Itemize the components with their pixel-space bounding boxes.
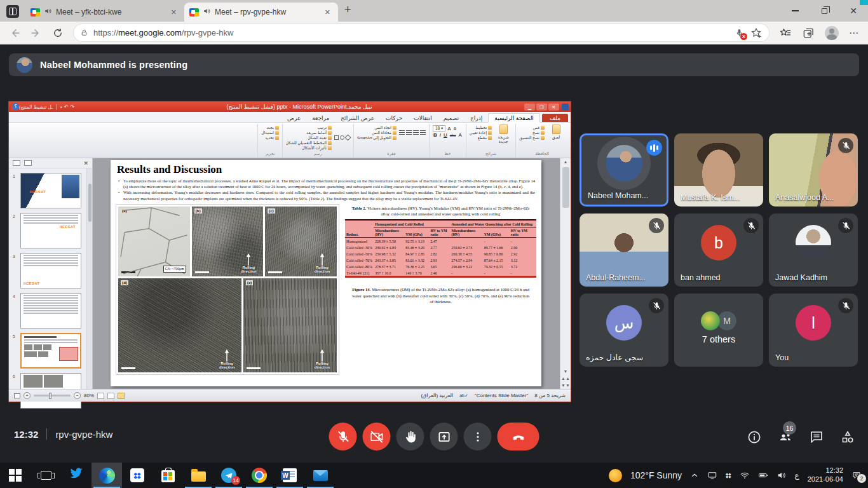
pp-restore-button[interactable]: ❐ xyxy=(536,104,547,111)
ribbon-button[interactable]: شريحة جديدة xyxy=(494,125,512,144)
underline-button[interactable]: U xyxy=(443,132,448,138)
ribbon-button[interactable]: أنماط سريعة xyxy=(286,130,332,135)
taskbar-start-icon[interactable] xyxy=(0,463,31,488)
tab-close-button[interactable]: ✕ xyxy=(322,7,333,18)
taskbar-chrome-icon[interactable] xyxy=(244,463,275,488)
taskbar-file-explorer-icon[interactable] xyxy=(183,463,214,488)
ribbon-button[interactable]: نسخ xyxy=(519,130,545,135)
participant-tile[interactable]: Mustafa K. Ism... xyxy=(674,133,763,207)
ribbon-tab[interactable]: عرض xyxy=(281,114,306,122)
shape-circle-button[interactable] xyxy=(340,135,344,140)
proofing-language[interactable]: العربية (العراق) xyxy=(421,393,453,398)
meeting-details-icon[interactable] xyxy=(747,430,762,445)
participant-tile[interactable]: Abdul-Raheem... xyxy=(580,214,668,287)
tab-close-button[interactable]: ✕ xyxy=(168,7,179,18)
browser-tab[interactable]: Meet – rpv-gvpe-hkw✕ xyxy=(184,3,338,22)
font-size-select[interactable]: 18 ▾ xyxy=(433,125,445,132)
taskbar-word-icon[interactable]: W xyxy=(275,463,305,488)
quick-access-toolbar[interactable]: ▪↶↷ xyxy=(60,104,74,110)
ribbon-button[interactable]: بحث xyxy=(261,125,279,130)
refresh-button[interactable] xyxy=(52,27,64,39)
minimize-button[interactable] xyxy=(780,0,810,22)
zoom-slider[interactable] xyxy=(34,395,71,396)
display-icon[interactable] xyxy=(707,470,717,480)
ribbon-tab[interactable]: ملف xyxy=(542,114,568,122)
ribbon-button[interactable]: استبدال xyxy=(261,130,279,135)
taskbar-store-icon[interactable] xyxy=(153,463,183,488)
previous-slide-button[interactable]: ▲▲ xyxy=(561,375,570,382)
address-bar[interactable]: https://meet.google.com/rpv-gvpe-hkw ✕ xyxy=(74,24,769,41)
slide-thumbnail[interactable]: IICESAT xyxy=(20,253,81,288)
pp-minimize-button[interactable]: ▁ xyxy=(524,104,535,111)
taskbar-mail-icon[interactable] xyxy=(305,463,336,488)
ribbon-button[interactable]: نسخ التنسيق xyxy=(519,135,545,140)
view-shortcut-icon[interactable] xyxy=(14,393,20,398)
normal-view-button[interactable] xyxy=(97,393,104,399)
new-tab-button[interactable]: + xyxy=(338,3,359,22)
ribbon-button[interactable]: التحويل إلى SmartArt xyxy=(357,135,397,140)
ribbon-button[interactable]: محاذاة النص xyxy=(357,130,397,135)
people-icon[interactable]: 16 xyxy=(778,430,793,445)
zoom-out-button[interactable]: − xyxy=(74,392,81,399)
ribbon-tab[interactable]: تصميم xyxy=(438,114,465,122)
grow-font-button[interactable]: A xyxy=(447,126,451,132)
mic-off-button[interactable] xyxy=(329,423,357,451)
restore-button[interactable] xyxy=(810,0,839,22)
volume-icon[interactable] xyxy=(776,470,787,480)
participant-tile[interactable]: Nabeel Moham... xyxy=(580,133,668,207)
camera-off-button[interactable] xyxy=(363,423,391,451)
ribbon-button[interactable]: المخطط التفصيلي للشكل xyxy=(286,140,332,145)
ribbon-button[interactable]: تحديد xyxy=(261,135,279,140)
collections-icon[interactable] xyxy=(802,27,815,39)
ribbon-button[interactable]: تأثيرات الأشكال xyxy=(286,146,332,150)
slides-tab-icon[interactable] xyxy=(13,160,20,166)
mic-blocked-icon[interactable]: ✕ xyxy=(735,27,745,39)
next-slide-button[interactable]: ▼▼ xyxy=(561,382,570,389)
workspaces-icon[interactable] xyxy=(6,5,19,18)
shrink-font-button[interactable]: A xyxy=(453,126,457,131)
bold-button[interactable]: B xyxy=(433,132,438,138)
battery-icon[interactable] xyxy=(758,470,768,480)
ribbon-tab[interactable]: حركات xyxy=(380,114,408,122)
participant-tile[interactable]: اYou xyxy=(769,294,858,367)
raise-hand-button[interactable] xyxy=(397,423,424,451)
align-button[interactable] xyxy=(406,130,412,135)
add-favorite-icon[interactable] xyxy=(750,27,763,39)
align-button[interactable] xyxy=(399,130,405,135)
favorites-bar-icon[interactable] xyxy=(779,27,792,39)
participant-tile[interactable]: Jawad Kadhim xyxy=(769,214,858,287)
present-button[interactable] xyxy=(430,423,458,451)
canvas-scrollbar[interactable]: ▲ ▼ ▲▲ ▼▼ xyxy=(560,158,571,389)
more-options-button[interactable] xyxy=(464,423,492,451)
powerpoint-title-bar[interactable]: P ـل تنشيط المنتج) ▪↶↷ نبيل محمد.pptx - … xyxy=(9,102,571,112)
scroll-up-icon[interactable]: ▲ xyxy=(564,158,568,165)
back-button[interactable] xyxy=(9,27,20,39)
ribbon-button[interactable]: ترتيب xyxy=(286,125,332,130)
taskbar-twitter-icon[interactable] xyxy=(61,463,92,488)
slide-thumbnail[interactable] xyxy=(20,293,81,329)
fit-to-window-button[interactable] xyxy=(118,393,125,399)
help-icon[interactable]: ؟ xyxy=(12,103,19,110)
pp-close-button[interactable]: ✕ xyxy=(548,104,559,111)
spellcheck-icon[interactable]: ab✓ xyxy=(459,393,468,398)
wifi-icon[interactable] xyxy=(740,470,750,480)
forward-button[interactable] xyxy=(31,27,42,39)
profile-avatar[interactable] xyxy=(825,26,839,40)
ribbon-tab[interactable]: إدراج xyxy=(465,114,488,122)
ribbon-button[interactable]: لصق xyxy=(547,125,565,140)
taskbar-edge-icon[interactable] xyxy=(92,463,122,488)
ribbon-tab[interactable]: عرض الشرائح xyxy=(335,114,380,122)
weather-icon[interactable] xyxy=(609,469,622,482)
taskbar-clock[interactable]: 12:322021-06-04 xyxy=(808,466,843,484)
font-color-button[interactable]: A xyxy=(458,132,462,138)
end-call-button[interactable] xyxy=(498,423,539,451)
action-center-icon[interactable]: 2 xyxy=(851,470,862,480)
panel-scrollbar[interactable] xyxy=(86,168,92,389)
participant-tile[interactable]: bban ahmed xyxy=(674,214,763,287)
shape-rect-button[interactable] xyxy=(334,135,339,140)
shape-arrow-button[interactable] xyxy=(345,134,351,140)
zoom-in-button[interactable]: + xyxy=(24,392,31,399)
browser-tab[interactable]: Meet – yfk-btci-kwe✕ xyxy=(25,3,184,22)
italic-button[interactable]: I xyxy=(439,132,442,138)
participant-tile[interactable]: Anasalwjood A... xyxy=(769,133,858,207)
